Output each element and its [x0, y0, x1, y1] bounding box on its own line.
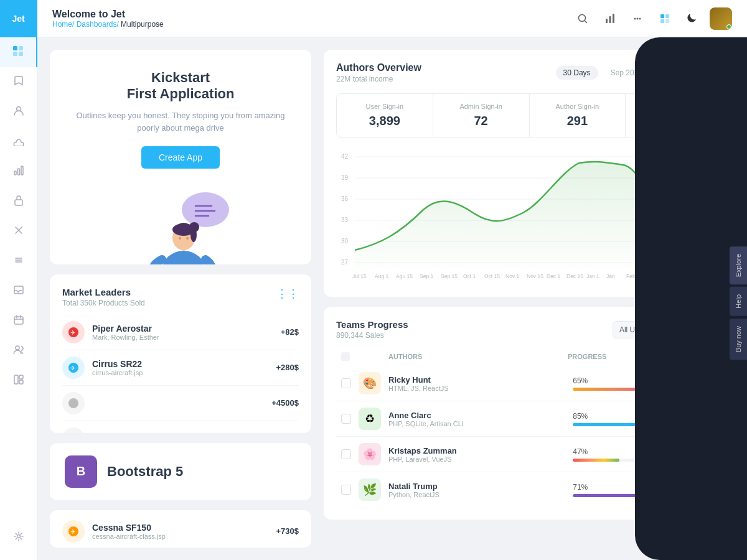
svg-rect-24 [613, 14, 614, 23]
sidebar-item-close[interactable] [0, 217, 37, 246]
svg-rect-6 [17, 169, 19, 175]
period-tab-30days[interactable]: 30 Days [556, 66, 598, 80]
kickstart-illustration [118, 179, 243, 264]
sidebar-item-chart[interactable] [0, 157, 37, 187]
svg-rect-31 [665, 19, 669, 23]
natali-avatar: 🌿 [359, 478, 381, 501]
svg-text:Dec 1: Dec 1 [547, 273, 560, 279]
buy-now-button[interactable]: Buy now [730, 319, 747, 360]
svg-text:✈: ✈ [70, 365, 75, 371]
item3-logo [62, 392, 85, 414]
authors-overview-subtitle: 22M total income [336, 75, 556, 83]
svg-rect-30 [660, 19, 664, 23]
bookmark-icon [13, 75, 24, 90]
list-item: +4500$ [62, 386, 299, 421]
svg-point-26 [634, 17, 636, 19]
sidebar-item-settings[interactable] [0, 523, 37, 553]
sidebar-item-cloud[interactable] [0, 127, 37, 157]
sidebar-item-inbox[interactable] [0, 276, 37, 306]
svg-text:Aug 1: Aug 1 [375, 273, 388, 279]
svg-point-16 [16, 346, 19, 350]
create-app-button[interactable]: Create App [141, 146, 220, 169]
sidebar-item-list[interactable] [0, 246, 37, 276]
svg-text:42: 42 [341, 153, 349, 160]
main-wrapper: Welcome to Jet Home/ Dashboards/ Multipu… [37, 0, 747, 560]
row-checkbox[interactable] [341, 414, 351, 424]
bar-chart-icon[interactable] [600, 9, 620, 29]
search-icon[interactable] [573, 9, 593, 29]
sidebar-item-template[interactable] [0, 366, 37, 396]
teams-title: Teams Progress [336, 319, 605, 330]
list-item: ✈ Piper Aerostar Mark, Rowling, Esther +… [62, 315, 299, 350]
svg-point-44 [189, 222, 199, 232]
grid-icon[interactable] [655, 9, 675, 29]
online-indicator [726, 24, 731, 29]
row-checkbox[interactable] [341, 449, 351, 459]
svg-text:Jan: Jan [606, 273, 615, 279]
list-icon [13, 254, 24, 269]
sidebar: Jet [0, 0, 37, 560]
svg-text:30: 30 [341, 238, 349, 245]
help-button[interactable]: Help [730, 287, 747, 316]
svg-rect-14 [14, 286, 23, 294]
svg-text:Agu 15: Agu 15 [396, 273, 413, 279]
topbar: Welcome to Jet Home/ Dashboards/ Multipu… [37, 0, 747, 37]
svg-text:✈: ✈ [70, 528, 75, 535]
svg-rect-5 [14, 171, 16, 175]
topbar-title-section: Welcome to Jet Home/ Dashboards/ Multipu… [52, 9, 573, 29]
template-icon [13, 374, 24, 388]
authors-column-header: Authors [388, 353, 568, 360]
sidebar-item-bookmark[interactable] [0, 67, 37, 97]
row-checkbox[interactable] [341, 378, 351, 388]
list-item: ✈ Cirrus SR22 cirrus-aircraft.jsp +280$ [62, 350, 299, 386]
dark-panel: Explore Help Buy now [635, 37, 747, 560]
layout-icon[interactable] [627, 9, 647, 29]
sidebar-item-user[interactable] [0, 97, 37, 127]
svg-text:Nov 1: Nov 1 [505, 273, 519, 279]
svg-rect-28 [660, 14, 664, 18]
svg-point-20 [17, 534, 20, 538]
select-all-checkbox[interactable] [341, 352, 350, 361]
stat-author-signin: Author Sign-in 291 [530, 94, 626, 137]
sidebar-item-dashboard[interactable] [0, 37, 37, 67]
natali-info: Natali Trump Python, ReactJS [388, 482, 573, 498]
market-leaders-header: Market Leaders Total 350k Products Sold … [62, 287, 299, 307]
item4-logo [62, 427, 85, 433]
svg-text:Nov 15: Nov 15 [527, 273, 543, 279]
sidebar-item-calendar[interactable] [0, 306, 37, 336]
svg-text:27: 27 [341, 259, 349, 266]
svg-text:Oct 15: Oct 15 [484, 273, 500, 279]
kristaps-avatar: 🌸 [359, 443, 381, 465]
svg-text:Jan 1: Jan 1 [586, 273, 599, 279]
svg-text:39: 39 [341, 174, 349, 181]
cessna-info: Cessna SF150 cessna-aircraft-class.jsp [92, 523, 276, 540]
avatar[interactable] [710, 7, 732, 30]
teams-subtitle: 890,344 Sales [336, 331, 605, 340]
more-options-icon[interactable]: ⋮⋮ [276, 287, 299, 301]
users-icon [13, 344, 24, 358]
kickstart-description: Outlines keep you honest. They stoping y… [65, 110, 296, 134]
svg-point-27 [639, 17, 641, 19]
svg-point-36 [162, 251, 205, 264]
sidebar-item-lock[interactable] [0, 187, 37, 217]
svg-rect-15 [14, 317, 23, 324]
svg-rect-19 [19, 380, 23, 384]
user-icon [13, 105, 24, 119]
content-left: Kickstart First Application Outlines kee… [37, 37, 324, 560]
svg-rect-8 [15, 200, 22, 205]
topbar-actions [573, 7, 732, 30]
authors-overview-title: Authors Overview [336, 62, 556, 73]
svg-text:Jul 15: Jul 15 [352, 273, 367, 279]
logo[interactable]: Jet [0, 0, 37, 37]
row-checkbox[interactable] [341, 485, 351, 495]
bootstrap-icon: B [65, 455, 97, 488]
kickstart-card: Kickstart First Application Outlines kee… [50, 50, 311, 264]
sidebar-item-users[interactable] [0, 336, 37, 366]
explore-button[interactable]: Explore [730, 246, 747, 284]
chart-icon [13, 165, 24, 179]
lock-icon [13, 195, 24, 209]
ricky-info: Ricky Hunt HTML, JS, ReactJS [388, 375, 573, 392]
dark-mode-toggle[interactable] [682, 9, 702, 29]
settings-icon [13, 531, 24, 545]
side-buttons: Explore Help Buy now [730, 246, 747, 360]
